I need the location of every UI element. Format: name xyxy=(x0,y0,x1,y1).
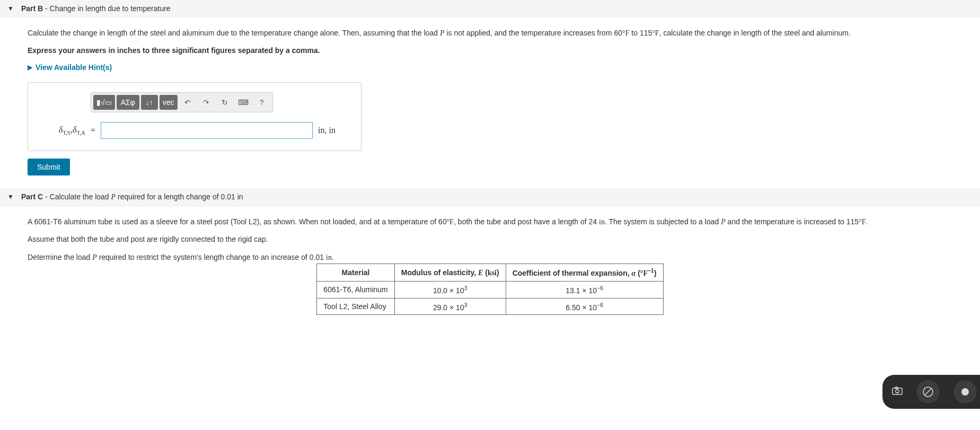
part-b-header[interactable]: ▼ Part B - Change in length due to tempe… xyxy=(0,0,980,17)
col-modulus: Modulus of elasticity, E (ksi) xyxy=(394,264,506,282)
hints-label: View Available Hint(s) xyxy=(36,63,112,72)
submit-button[interactable]: Submit xyxy=(28,159,70,175)
part-c-header[interactable]: ▼ Part C - Calculate the load P required… xyxy=(0,188,980,206)
part-c-p1: A 6061-T6 aluminum tube is used as a sle… xyxy=(28,217,952,227)
table-row: 6061-T6, Aluminum 10.0 × 103 13.1 × 10−6 xyxy=(317,282,663,299)
keyboard-button[interactable]: ⌨ xyxy=(235,95,252,110)
keyboard-icon: ⌨ xyxy=(238,98,249,107)
cell-modulus: 10.0 × 103 xyxy=(394,282,506,299)
redo-button[interactable]: ↷ xyxy=(198,95,215,110)
part-b-title: Change in length due to temperature xyxy=(50,4,171,13)
part-b-label: Part B xyxy=(21,4,43,13)
col-material: Material xyxy=(317,264,394,282)
equals-sign: = xyxy=(91,126,95,135)
materials-table: Material Modulus of elasticity, E (ksi) … xyxy=(316,264,663,315)
greek-button[interactable]: ΑΣφ xyxy=(117,95,139,110)
part-b-body: Calculate the change in length of the st… xyxy=(0,17,980,188)
redo-icon: ↷ xyxy=(203,98,209,107)
templates-icon: ▮√▭ xyxy=(96,98,112,107)
answer-box: ▮√▭ ΑΣφ ↓↑ vec ↶ ↷ ↻ ⌨ ? δT,S,δT,A = in,… xyxy=(28,82,361,151)
help-icon: ? xyxy=(260,98,264,107)
cell-material: Tool L2, Steel Alloy xyxy=(317,298,394,315)
part-b-express: Express your answers in inches to three … xyxy=(28,46,952,55)
table-row: Tool L2, Steel Alloy 29.0 × 103 6.50 × 1… xyxy=(317,298,663,315)
part-c-title: Calculate the load P required for a leng… xyxy=(50,192,243,201)
caret-right-icon: ▶ xyxy=(28,64,32,71)
undo-icon: ↶ xyxy=(184,98,191,107)
cell-alpha: 13.1 × 10−6 xyxy=(506,282,663,299)
part-c-p2: Assume that both the tube and post are r… xyxy=(28,234,952,245)
cell-modulus: 29.0 × 103 xyxy=(394,298,506,315)
answer-row: δT,S,δT,A = in, in xyxy=(39,122,350,139)
cell-material: 6061-T6, Aluminum xyxy=(317,282,394,299)
part-c-label: Part C xyxy=(21,192,43,201)
caret-down-icon: ▼ xyxy=(7,193,14,200)
part-c-body: A 6061-T6 aluminum tube is used as a sle… xyxy=(0,206,980,328)
greek-icon: ΑΣφ xyxy=(121,98,135,107)
caret-down-icon: ▼ xyxy=(7,5,14,12)
units-label: in, in xyxy=(318,126,336,135)
variable-label: δT,S,δT,A xyxy=(39,125,85,136)
subscript-button[interactable]: ↓↑ xyxy=(141,95,158,110)
view-hints-link[interactable]: ▶ View Available Hint(s) xyxy=(28,63,112,72)
reset-icon: ↻ xyxy=(222,98,228,107)
templates-button[interactable]: ▮√▭ xyxy=(93,95,115,110)
part-b-instructions: Calculate the change in length of the st… xyxy=(28,28,952,39)
col-alpha: Coefficient of thermal expansion, α (°F−… xyxy=(506,264,663,282)
sort-icon: ↓↑ xyxy=(146,98,153,107)
vec-button[interactable]: vec xyxy=(160,95,178,110)
reset-button[interactable]: ↻ xyxy=(216,95,233,110)
equation-toolbar: ▮√▭ ΑΣφ ↓↑ vec ↶ ↷ ↻ ⌨ ? xyxy=(91,92,273,112)
undo-button[interactable]: ↶ xyxy=(179,95,196,110)
cell-alpha: 6.50 × 10−6 xyxy=(506,298,663,315)
part-c-p3: Determine the load P required to restric… xyxy=(28,252,952,263)
help-button[interactable]: ? xyxy=(253,95,270,110)
vec-label: vec xyxy=(163,98,174,107)
table-header-row: Material Modulus of elasticity, E (ksi) … xyxy=(317,264,663,282)
answer-input[interactable] xyxy=(101,122,313,139)
